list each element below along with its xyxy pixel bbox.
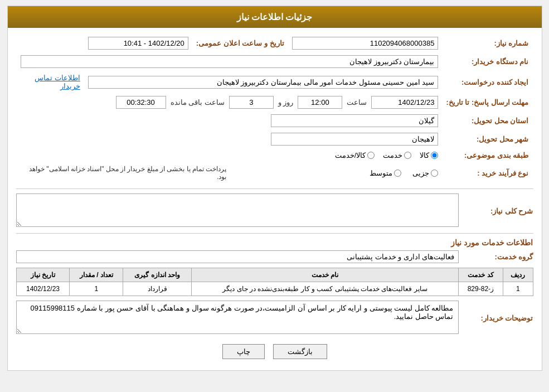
purchase-type-group: جزیی متوسط xyxy=(232,169,438,177)
row-deadline: مهلت ارسال پاسخ: تا تاریخ: 1402/12/23 سا… xyxy=(17,94,532,111)
cell-quantity: 1 xyxy=(70,282,123,296)
row-category: طبقه بندی موضوعی: کالا خدمت xyxy=(17,149,532,162)
col-date: تاریخ نیاز xyxy=(16,268,70,282)
buttons-row: بازگشت چاپ xyxy=(16,344,533,359)
deadline-days: 3 xyxy=(229,96,274,109)
need-description-textarea[interactable] xyxy=(16,193,459,227)
col-unit: واحد اندازه گیری xyxy=(123,268,192,282)
announcement-label: تاریخ و ساعت اعلان عمومی: xyxy=(196,39,284,47)
category-radio-kala[interactable] xyxy=(431,152,438,159)
buyer-notes-row: توضیحات خریدار: xyxy=(16,301,533,336)
city-label: شهر محل تحویل: xyxy=(477,135,529,143)
col-quantity: تعداد / مقدار xyxy=(70,268,123,282)
row-city: شهر محل تحویل: لاهیجان xyxy=(17,130,532,148)
purchase-motavasset-label: متوسط xyxy=(370,169,392,177)
city-value: لاهیجان xyxy=(271,133,438,146)
row-requester: ایجاد کننده درخواست: سید امین حسینی مسئو… xyxy=(17,71,532,93)
contact-link[interactable]: اطلاعات تماس خریدار xyxy=(35,74,80,90)
cell-service-name: سایر فعالیت‌های خدمات پشتیبانی کسب و کار… xyxy=(192,282,459,296)
cell-service-code: ز-82-829 xyxy=(458,282,503,296)
need-description-label: شرح کلی نیاز: xyxy=(461,207,533,215)
service-info-title: اطلاعات خدمات مورد نیاز xyxy=(16,238,533,247)
service-group-label: گروه خدمت: xyxy=(461,253,533,261)
divider2 xyxy=(16,233,533,234)
category-kala-label: کالا xyxy=(420,151,429,159)
purchase-radio-motavasset[interactable] xyxy=(394,170,401,177)
buyer-notes-textarea[interactable] xyxy=(16,301,459,334)
cell-row-num: 1 xyxy=(503,282,533,296)
col-row-num: ردیف xyxy=(503,268,533,282)
main-container: جزئیات اطلاعات نیاز شماره نیاز: 11020940… xyxy=(7,6,542,371)
services-table: ردیف کد خدمت نام خدمت واحد اندازه گیری ت… xyxy=(16,268,533,296)
print-button[interactable]: چاپ xyxy=(222,344,265,359)
deadline-day-label: روز و xyxy=(278,98,294,107)
deadline-time-label: ساعت xyxy=(347,98,367,107)
need-number-label: شماره نیاز: xyxy=(494,39,529,47)
category-kala-khedmat-label: کالا/خدمت xyxy=(335,151,366,159)
category-radio-kala-khedmat[interactable] xyxy=(367,152,375,159)
form-table: شماره نیاز: 1102094068000385 تاریخ و ساع… xyxy=(16,33,533,184)
purchase-option-jozi[interactable]: جزیی xyxy=(412,169,438,177)
table-row: 1 ز-82-829 سایر فعالیت‌های خدمات پشتیبان… xyxy=(16,282,533,296)
purchase-type-label: نوع فرآیند خرید : xyxy=(477,169,528,177)
back-button[interactable]: بازگشت xyxy=(273,344,327,359)
col-service-code: کد خدمت xyxy=(458,268,503,282)
page-header: جزئیات اطلاعات نیاز xyxy=(8,6,542,28)
purchase-jozi-label: جزیی xyxy=(412,169,429,177)
category-radio-group: کالا خدمت کالا/خدمت xyxy=(21,151,439,159)
service-group-value: فعالیت‌های اداری و خدمات پشتیبانی xyxy=(16,250,459,263)
remaining-label: ساعت باقی مانده xyxy=(171,98,225,107)
announcement-value: 1402/12/20 - 10:41 xyxy=(88,37,188,50)
need-description-row: شرح کلی نیاز: // Set textarea value afte… xyxy=(16,193,533,229)
deadline-date: 1402/12/23 xyxy=(371,96,438,109)
table-body: 1 ز-82-829 سایر فعالیت‌های خدمات پشتیبان… xyxy=(16,282,533,296)
page-title: جزئیات اطلاعات نیاز xyxy=(237,12,313,22)
category-option-khedmat[interactable]: خدمت xyxy=(383,151,411,159)
cell-unit: قرارداد xyxy=(123,282,192,296)
buyer-notes-label: توضیحات خریدار: xyxy=(461,314,533,322)
table-header-row: ردیف کد خدمت نام خدمت واحد اندازه گیری ت… xyxy=(16,268,533,282)
province-value: گیلان xyxy=(271,114,438,127)
cell-date: 1402/12/23 xyxy=(16,282,70,296)
divider1 xyxy=(16,188,533,189)
row-province: استان محل تحویل: گیلان xyxy=(17,112,532,129)
requester-label: ایجاد کننده درخواست: xyxy=(461,78,529,86)
purchase-radio-jozi[interactable] xyxy=(431,170,438,177)
buyer-org-value: بیمارستان دکتربیروز لاهیجان xyxy=(21,55,439,68)
category-option-kala-khedmat[interactable]: کالا/خدمت xyxy=(335,151,375,159)
requester-value: سید امین حسینی مسئول خدمات امور مالی بیم… xyxy=(88,76,439,89)
service-group-row: گروه خدمت: فعالیت‌های اداری و خدمات پشتی… xyxy=(16,250,533,263)
need-number-value: 1102094068000385 xyxy=(292,37,439,50)
remaining-time: 00:32:30 xyxy=(116,96,166,109)
row-buyer-org: نام دستگاه خریدار: بیمارستان دکتربیروز ل… xyxy=(17,53,532,70)
category-label: طبقه بندی موضوعی: xyxy=(464,151,529,159)
purchase-option-motavasset[interactable]: متوسط xyxy=(370,169,401,177)
col-service-name: نام خدمت xyxy=(192,268,459,282)
category-khedmat-label: خدمت xyxy=(383,151,402,159)
purchase-type-note: پرداخت تمام یا بخشی از مبلغ خریدار از مح… xyxy=(20,165,226,181)
category-option-kala[interactable]: کالا xyxy=(420,151,438,159)
category-radio-khedmat[interactable] xyxy=(404,152,411,159)
row-need-number: شماره نیاز: 1102094068000385 تاریخ و ساع… xyxy=(17,35,532,52)
deadline-time: 12:00 xyxy=(298,96,342,109)
buyer-org-label: نام دستگاه خریدار: xyxy=(472,57,529,66)
province-label: استان محل تحویل: xyxy=(472,117,529,125)
table-header: ردیف کد خدمت نام خدمت واحد اندازه گیری ت… xyxy=(16,268,533,282)
deadline-label: مهلت ارسال پاسخ: تا تاریخ: xyxy=(446,98,528,107)
row-purchase-type: نوع فرآیند خرید : جزیی متوسط xyxy=(17,163,532,183)
content-area: شماره نیاز: 1102094068000385 تاریخ و ساع… xyxy=(8,28,542,370)
